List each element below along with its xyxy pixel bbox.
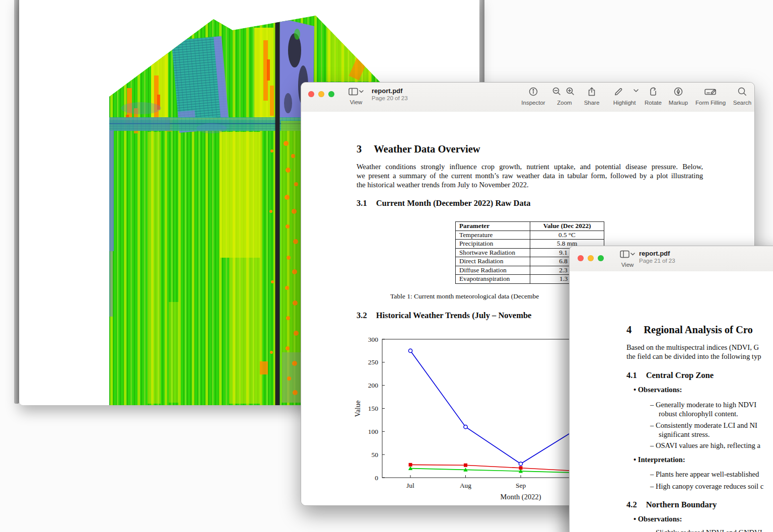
minimize-button[interactable] xyxy=(318,91,324,97)
list-item: significant stress. xyxy=(659,430,710,439)
svg-text:100: 100 xyxy=(368,428,379,435)
form-filling-icon xyxy=(705,87,717,96)
inspector-icon xyxy=(529,87,538,96)
markup-button[interactable]: Markup xyxy=(666,87,690,106)
list-item: – Generally moderate to high NDVI xyxy=(650,400,756,409)
chevron-down-icon xyxy=(634,90,638,92)
rotate-button[interactable]: Rotate xyxy=(642,87,664,106)
zoom-button[interactable] xyxy=(598,255,604,261)
svg-text:250: 250 xyxy=(368,358,379,366)
list-item: – OSAVI values are high, reflecting a xyxy=(650,441,760,450)
share-icon xyxy=(587,87,596,96)
background-window-left-edge xyxy=(14,0,19,404)
close-button[interactable] xyxy=(308,91,314,97)
window-titlebar[interactable]: View report.pdf Page 21 of 23 xyxy=(570,246,773,272)
sidebar-icon xyxy=(348,88,364,96)
view-button[interactable]: View xyxy=(344,88,368,105)
pdf-page-21[interactable]: 4Regional Analysis of Cro Based on the m… xyxy=(570,271,773,532)
observations-label: • Observations: xyxy=(634,386,682,394)
window-title: report.pdf xyxy=(639,250,675,257)
highlight-pencil-icon xyxy=(615,89,622,95)
highlight-button[interactable]: Highlight xyxy=(607,87,642,106)
zoom-button[interactable] xyxy=(328,91,334,97)
list-item: – Slightly reduced NDVI and GNDVI xyxy=(650,528,762,532)
list-item: – High canopy coverage reduces soil c xyxy=(650,482,763,491)
svg-text:150: 150 xyxy=(368,405,379,412)
svg-text:Jul: Jul xyxy=(406,482,414,489)
view-button[interactable]: View xyxy=(616,250,639,268)
form-filling-button[interactable]: Form Filling xyxy=(693,87,728,106)
search-button[interactable]: Search xyxy=(731,87,754,106)
svg-text:Sep: Sep xyxy=(516,482,526,489)
markup-icon xyxy=(674,87,683,96)
section-heading-4-2: 4.2Northern Boundary xyxy=(626,500,717,510)
close-button[interactable] xyxy=(578,255,584,261)
view-label: View xyxy=(344,99,368,105)
list-item: – Plants here appear well-established xyxy=(650,470,759,479)
sidebar-icon xyxy=(620,250,635,258)
svg-text:200: 200 xyxy=(368,382,379,389)
observations-label: • Observations: xyxy=(634,515,682,523)
page-indicator: Page 20 of 23 xyxy=(372,95,408,101)
svg-text:50: 50 xyxy=(372,451,379,459)
svg-text:0: 0 xyxy=(375,474,378,482)
window-title: report.pdf xyxy=(372,87,408,95)
section-heading-4-1: 4.1Central Crop Zone xyxy=(626,370,714,381)
preview-window-page21: View report.pdf Page 21 of 23 4Regional … xyxy=(569,246,773,532)
view-label: View xyxy=(616,262,639,268)
road xyxy=(277,19,277,405)
minimize-button[interactable] xyxy=(588,255,594,261)
interpretation-label: • Interpretation: xyxy=(634,455,685,464)
svg-text:Aug: Aug xyxy=(460,482,471,489)
search-icon xyxy=(738,87,747,96)
roadside-strip xyxy=(281,121,303,403)
inspector-button[interactable]: Inspector xyxy=(519,87,548,106)
zoom-out-icon xyxy=(553,88,560,95)
section-heading-4: 4Regional Analysis of Cro xyxy=(626,324,753,336)
zoom-in-icon xyxy=(567,88,574,95)
rotate-icon xyxy=(649,87,658,96)
svg-text:Month (2022): Month (2022) xyxy=(501,493,541,501)
share-button[interactable]: Share xyxy=(582,87,602,106)
svg-text:Value: Value xyxy=(354,400,362,417)
window-titlebar[interactable]: View report.pdf Page 20 of 23 Inspector … xyxy=(301,83,754,112)
list-item: – Consistently moderate LCI and NI xyxy=(650,421,757,430)
list-item: robust chlorophyll content. xyxy=(659,409,738,418)
page-indicator: Page 21 of 23 xyxy=(639,258,675,264)
section-4-paragraph: Based on the multispectral indices (NDVI… xyxy=(626,343,761,361)
zoom-buttons[interactable]: Zoom xyxy=(551,87,578,106)
svg-text:300: 300 xyxy=(368,336,379,343)
